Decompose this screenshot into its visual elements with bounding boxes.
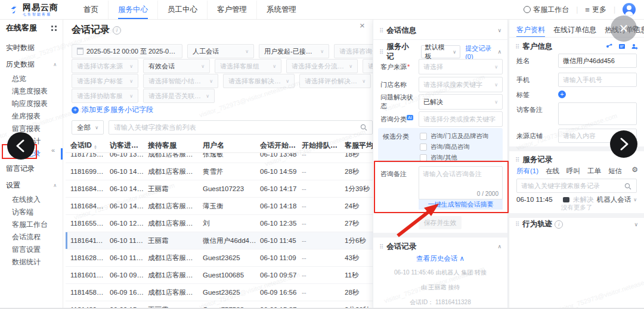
table-column-header[interactable]: 访客进入时间▲▼ <box>110 141 148 151</box>
candidate-category-option[interactable]: 咨询/商品咨询 <box>420 143 500 151</box>
drag-handle-icon[interactable]: ⠿ <box>515 221 519 227</box>
resolve-status-select[interactable]: 已解决 ∨ <box>419 94 503 110</box>
drag-handle-icon[interactable]: ⠿ <box>515 43 519 50</box>
chevron-down-icon[interactable]: ∨ <box>634 221 638 227</box>
add-tag-icon[interactable]: + <box>558 90 566 98</box>
brand-subtitle: 七鱼智能客服 <box>23 13 58 16</box>
candidate-options: 咨询/门店及品牌咨询咨询/商品咨询咨询/其他 <box>420 132 500 158</box>
gear-icon[interactable]: ⚙ <box>631 166 638 174</box>
service-record-tab[interactable]: 呼叫 <box>566 167 580 176</box>
filter-select[interactable]: 请选择评价解决状态∨ <box>299 74 371 88</box>
filter-select[interactable]: 请选择客服解决状态∨ <box>223 74 295 88</box>
info-icon[interactable]: i <box>555 220 563 229</box>
customer-panel-tab[interactable]: 客户资料 <box>516 23 545 37</box>
service-record-tab[interactable]: 在线 <box>546 167 559 176</box>
overlay-close-icon[interactable]: ✕ <box>611 15 637 42</box>
service-record-search-input[interactable] <box>517 179 627 192</box>
chevron-up-icon[interactable]: ∧ <box>497 244 501 249</box>
sidebar-item[interactable]: 总览∧ <box>0 73 63 85</box>
table-column-header[interactable]: 会话开始时间▲▼ <box>260 141 302 151</box>
view-history-link[interactable]: 查看历史会话 ∧ <box>373 254 507 263</box>
store-name-select[interactable]: 请选择或搜索关键字 ∨ <box>419 77 503 92</box>
add-more-fields-link[interactable]: + 添加更多服务小记字段 <box>72 105 153 115</box>
sidebar-item[interactable]: 留言设置∧ <box>0 244 63 256</box>
sidebar-item[interactable]: 客服工作台∧ <box>0 219 63 231</box>
sidebar-item[interactable]: 访客端∧ <box>0 206 63 219</box>
sidebar-item[interactable]: 满意度报表∧ <box>0 85 63 98</box>
sidebar-item[interactable]: 数据统计∧ <box>0 256 63 269</box>
drag-handle-icon[interactable]: ⠿ <box>379 49 383 55</box>
search-icon[interactable] <box>624 183 631 190</box>
submit-records-link[interactable]: 提交记录(0) <box>465 44 497 60</box>
checkbox-icon[interactable] <box>420 133 427 140</box>
filter-select[interactable]: 用户发起-已接入、...∨ <box>259 44 329 58</box>
sidebar-item[interactable]: 坐席报表∧ <box>0 110 63 123</box>
filter-select[interactable]: 请选择协助客服∨ <box>72 89 138 103</box>
top-nav-item[interactable]: 员工中心 <box>157 1 207 19</box>
filter-select[interactable]: 2025-05-12 00:00 至 2025-06-11 23:59∨ <box>72 44 182 58</box>
more-menu[interactable]: ≡更多 <box>585 5 606 15</box>
sidebar-item[interactable]: 在线接入∧ <box>0 193 63 206</box>
consult-category-input[interactable]: 请选择分类或搜索关键字 <box>419 111 503 127</box>
list-search-input[interactable] <box>109 121 357 134</box>
checkbox-icon[interactable] <box>420 143 427 151</box>
customer-source-select[interactable]: 请选择 ∨ <box>419 59 503 74</box>
filter-select[interactable]: 有效会话∨ <box>143 59 210 73</box>
chevron-right-icon <box>610 130 637 158</box>
drag-handle-icon[interactable]: ⠿ <box>379 27 383 34</box>
chevron-down-icon[interactable]: ∨ <box>497 27 501 33</box>
brand-logo[interactable]: 网易云商 七鱼智能客服 <box>8 3 66 16</box>
phone-input[interactable] <box>558 73 637 87</box>
search-icon[interactable] <box>360 124 367 131</box>
service-record-tabs: 所有(1)在线呼叫工单短信 <box>516 167 626 176</box>
drag-handle-icon[interactable]: ⠿ <box>515 157 519 163</box>
sidebar-item[interactable]: 设置∧ <box>0 177 63 193</box>
apps-grid-icon[interactable] <box>51 26 57 31</box>
id-card-icon[interactable] <box>618 43 626 50</box>
sidebar-item[interactable]: 历史数据∧ <box>0 56 63 73</box>
sidebar-item[interactable]: 响应度报表∧ <box>0 98 63 110</box>
filter-select[interactable]: 请选择客服组∨ <box>215 59 281 73</box>
next-slide-button[interactable] <box>610 130 637 158</box>
add-contact-icon[interactable] <box>631 43 638 50</box>
chevron-up-icon[interactable]: ∧ <box>497 49 501 55</box>
merge-contact-icon[interactable] <box>606 43 613 50</box>
service-record-tab[interactable]: 所有(1) <box>516 167 538 176</box>
top-nav-item[interactable]: 客户管理 <box>207 1 256 19</box>
record-type-toggle[interactable]: 机器人会话 ∨ <box>597 195 637 204</box>
cell-agent: 王丽霜 <box>148 236 203 245</box>
sidebar-item[interactable]: 留言记录∧ <box>0 160 63 177</box>
candidate-category-option[interactable]: 咨询/门店及品牌咨询 <box>420 132 500 141</box>
customer-panel-tab[interactable]: 在线订单信息 <box>553 23 596 37</box>
cell-username: Guest23625 <box>203 254 260 261</box>
name-input[interactable] <box>558 54 637 68</box>
search-category-select[interactable]: 全部 ∨ <box>72 120 104 135</box>
top-nav-item[interactable]: 首页 <box>74 1 108 19</box>
service-record-tab[interactable]: 短信 <box>608 167 622 176</box>
top-nav-item[interactable]: 服务中心 <box>108 1 157 19</box>
table-column-header[interactable]: 用户名▲▼ <box>203 141 260 151</box>
close-panel-icon[interactable]: × <box>360 21 365 30</box>
filter-select[interactable]: 请选择访客来源∨ <box>72 59 138 73</box>
sidebar-item[interactable]: 会话流程∧ <box>0 231 63 244</box>
workbench-link[interactable]: 客服工作台 <box>524 5 569 15</box>
table-column-header[interactable]: 会话ID▲▼ <box>70 141 110 151</box>
service-record-tab[interactable]: 工单 <box>587 167 601 176</box>
user-avatar[interactable] <box>623 3 636 16</box>
filter-select[interactable]: 请选择智能小结状态∨ <box>143 74 218 88</box>
sort-icon[interactable]: ▲▼ <box>94 145 97 150</box>
filter-select[interactable]: 人工会话∨ <box>187 44 254 58</box>
filter-select[interactable]: 请选择业务分流类型∨ <box>286 59 358 73</box>
info-icon[interactable]: i <box>113 26 121 35</box>
top-nav-item[interactable]: 系统管理 <box>256 1 306 19</box>
field-consult-category: 咨询分类AI 请选择分类或搜索关键字 <box>380 111 503 127</box>
table-column-header[interactable]: 接待客服▲▼ <box>148 141 203 151</box>
sidebar-collapse-icon[interactable]: « <box>51 146 55 154</box>
template-select[interactable]: 默认模板 ∨ <box>421 45 461 58</box>
filter-select[interactable]: 请选择客户标签∨ <box>72 74 138 88</box>
visitor-note-textarea[interactable] <box>558 102 637 125</box>
table-column-header[interactable]: 开始排队时间▲▼ <box>302 141 345 151</box>
sidebar-item[interactable]: 实时数据∧ <box>0 39 63 56</box>
prev-slide-button[interactable] <box>7 132 35 160</box>
filter-select[interactable]: 请选择是否关联工单∨ <box>143 89 215 103</box>
